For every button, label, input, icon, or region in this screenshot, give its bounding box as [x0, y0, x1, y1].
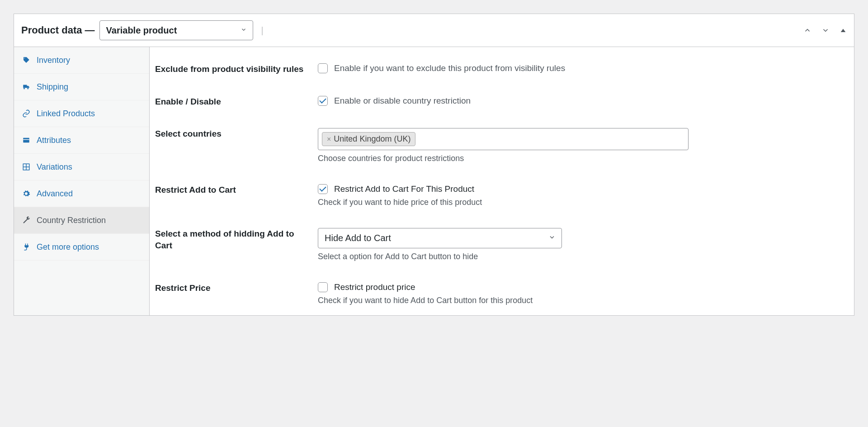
field-help: Check if you want to hide Add to Cart bu…: [318, 296, 849, 305]
field-label: Select countries: [155, 128, 318, 140]
tab-attributes[interactable]: Attributes: [14, 127, 149, 154]
tab-label: Shipping: [37, 82, 68, 92]
grid-icon: [21, 162, 31, 172]
field-help: Choose countries for product restriction…: [318, 154, 849, 163]
country-tag-label: United Kingdom (UK): [334, 134, 410, 144]
tab-get-more-options[interactable]: Get more options: [14, 234, 149, 261]
product-type-select[interactable]: Variable product: [99, 20, 253, 40]
tab-label: Get more options: [37, 242, 99, 252]
field-desc: Enable or disable country restriction: [334, 96, 471, 106]
panel-header: Product data — Variable product |: [14, 14, 854, 47]
tab-advanced[interactable]: Advanced: [14, 180, 149, 207]
field-label: Exclude from product visibility rules: [155, 63, 318, 75]
truck-icon: [21, 82, 31, 92]
row-restrict-cart: Restrict Add to Cart Restrict Add to Car…: [155, 178, 849, 222]
field-label: Restrict Price: [155, 282, 318, 294]
product-data-panel: Product data — Variable product | Invent…: [14, 14, 854, 316]
restrict-price-checkbox[interactable]: [318, 282, 328, 292]
field-label: Select a method of hidding Add to Cart: [155, 228, 318, 251]
card-icon: [21, 135, 31, 145]
tab-content: Exclude from product visibility rules En…: [150, 47, 854, 315]
plug-icon: [21, 242, 31, 252]
svg-rect-1: [23, 138, 29, 143]
tab-linked-products[interactable]: Linked Products: [14, 100, 149, 127]
restrict-cart-checkbox[interactable]: [318, 184, 328, 194]
hide-method-select[interactable]: Hide Add to Cart: [318, 228, 562, 248]
row-enable-disable: Enable / Disable Enable or disable count…: [155, 90, 849, 122]
move-up-icon[interactable]: [803, 26, 811, 34]
product-data-tabs: Inventory Shipping Linked Products Attri…: [14, 47, 150, 315]
row-exclude-visibility: Exclude from product visibility rules En…: [155, 57, 849, 90]
wrench-icon: [21, 215, 31, 225]
enable-restriction-checkbox[interactable]: [318, 96, 328, 106]
gear-icon: [21, 189, 31, 199]
panel-body: Inventory Shipping Linked Products Attri…: [14, 47, 854, 315]
svg-marker-0: [841, 29, 846, 32]
field-desc: Restrict product price: [334, 282, 415, 292]
country-tag: × United Kingdom (UK): [322, 132, 415, 146]
field-desc: Enable if you want to exclude this produ…: [334, 63, 565, 73]
tab-label: Linked Products: [37, 109, 95, 119]
row-hide-method: Select a method of hidding Add to Cart H…: [155, 222, 849, 276]
remove-tag-icon[interactable]: ×: [327, 135, 331, 143]
tab-label: Inventory: [37, 56, 70, 65]
svg-rect-2: [23, 139, 29, 140]
tab-country-restriction[interactable]: Country Restriction: [14, 207, 149, 234]
tab-label: Attributes: [37, 136, 71, 145]
field-label: Restrict Add to Cart: [155, 184, 318, 196]
panel-title: Product data —: [21, 24, 95, 36]
field-help: Select a option for Add to Cart button t…: [318, 252, 849, 261]
tab-label: Advanced: [37, 189, 73, 199]
link-icon: [21, 109, 31, 119]
field-help: Check if you want to hide price of this …: [318, 198, 849, 207]
exclude-visibility-checkbox[interactable]: [318, 63, 328, 73]
tab-label: Variations: [37, 162, 72, 172]
tab-variations[interactable]: Variations: [14, 154, 149, 180]
tab-label: Country Restriction: [37, 216, 106, 225]
tab-inventory[interactable]: Inventory: [14, 47, 149, 74]
tab-shipping[interactable]: Shipping: [14, 74, 149, 100]
move-down-icon[interactable]: [821, 26, 830, 34]
row-select-countries: Select countries × United Kingdom (UK) C…: [155, 122, 849, 178]
field-desc: Restrict Add to Cart For This Product: [334, 184, 474, 194]
field-label: Enable / Disable: [155, 96, 318, 108]
collapse-icon[interactable]: [840, 27, 847, 34]
row-restrict-price: Restrict Price Restrict product price Ch…: [155, 276, 849, 305]
countries-multiselect[interactable]: × United Kingdom (UK): [318, 128, 689, 150]
tag-icon: [21, 55, 31, 65]
divider: |: [261, 25, 264, 36]
